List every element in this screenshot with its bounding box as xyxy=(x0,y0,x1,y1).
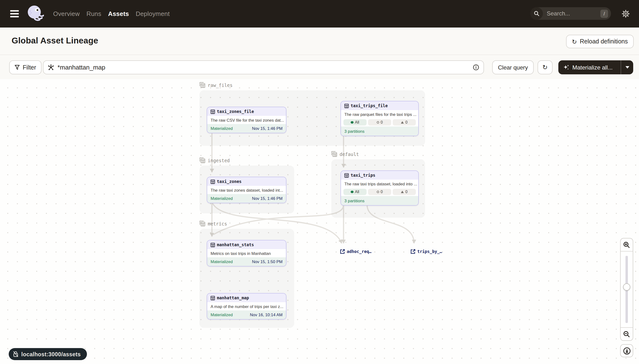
search-shortcut-badge: / xyxy=(600,10,608,18)
materialize-dropdown-toggle[interactable] xyxy=(621,60,633,74)
asset-graph-icon xyxy=(48,64,54,70)
global-search-input[interactable]: Search... / xyxy=(530,7,611,20)
materialization-timestamp: Nov 15, 1:50 PM xyxy=(252,259,283,264)
clear-query-button[interactable]: Clear query xyxy=(492,60,534,74)
partitions-warn-badge[interactable]: 0 xyxy=(393,189,416,195)
asset-node-taxi-zones-file[interactable]: taxi_zones_file The raw CSV file for the… xyxy=(207,107,286,133)
table-icon xyxy=(211,296,215,300)
asset-name: taxi_zones xyxy=(217,179,242,184)
asset-name: taxi_trips_file xyxy=(351,103,388,108)
nav-item-deployment[interactable]: Deployment xyxy=(136,10,170,18)
zoom-slider[interactable] xyxy=(621,252,633,327)
asset-selection-input[interactable]: *manhattan_map xyxy=(43,60,484,74)
ring-icon xyxy=(376,121,379,124)
ring-icon xyxy=(376,191,379,193)
insecure-lock-icon xyxy=(13,351,18,357)
asset-description: A map of the number of trips per taxi z.… xyxy=(207,302,286,310)
triangle-icon xyxy=(401,121,404,124)
search-placeholder: Search... xyxy=(547,10,600,17)
asset-description: The raw CSV file for the taxi zones dat.… xyxy=(207,116,286,124)
asset-description: The raw taxi trips dataset, loaded into … xyxy=(341,180,418,188)
nav-item-overview[interactable]: Overview xyxy=(53,10,80,18)
page-header: Global Asset Lineage ↻ Reload definition… xyxy=(0,28,639,55)
download-image-button[interactable] xyxy=(620,344,633,357)
asset-name: manhattan_stats xyxy=(217,242,254,247)
group-label-ingested[interactable]: ingested xyxy=(200,158,230,163)
zoom-in-button[interactable] xyxy=(621,238,633,252)
partitions-warn-badge[interactable]: 0 xyxy=(393,120,416,126)
external-asset-trips-by[interactable]: trips_by_… xyxy=(411,249,442,254)
asset-group-icon xyxy=(200,82,205,88)
partitions-all-badge[interactable]: All xyxy=(343,120,367,126)
download-icon xyxy=(623,347,630,354)
info-icon[interactable] xyxy=(473,64,479,70)
search-icon xyxy=(530,7,543,20)
funnel-icon xyxy=(15,65,20,70)
page-title: Global Asset Lineage xyxy=(12,36,98,46)
partitions-footer: 3 partitions xyxy=(341,126,418,136)
partitions-failed-badge[interactable]: 0 xyxy=(368,189,391,195)
zoom-out-icon xyxy=(623,330,630,338)
materialization-timestamp: Nov 16, 10:14 AM xyxy=(250,312,283,317)
zoom-in-icon xyxy=(623,241,630,248)
status-badge: Materialized xyxy=(211,196,233,201)
zoom-out-button[interactable] xyxy=(621,327,633,340)
table-icon xyxy=(344,173,349,178)
refresh-graph-button[interactable]: ↻ xyxy=(537,60,552,74)
refresh-icon: ↻ xyxy=(542,64,548,71)
asset-name: taxi_trips xyxy=(351,173,375,178)
asset-name: taxi_zones_file xyxy=(217,109,254,114)
reload-icon: ↻ xyxy=(572,38,577,45)
asset-selection-value: *manhattan_map xyxy=(58,64,469,71)
materialization-timestamp: Nov 15, 1:46 PM xyxy=(252,126,283,131)
partitions-all-badge[interactable]: All xyxy=(343,189,367,195)
asset-group-icon xyxy=(200,158,205,163)
status-badge: Materialized xyxy=(211,259,233,264)
table-icon xyxy=(211,179,215,184)
browser-status-bubble: localhost:3000/assets xyxy=(9,348,87,360)
asset-node-taxi-trips-file[interactable]: taxi_trips_file The raw parquet files fo… xyxy=(341,101,419,136)
table-icon xyxy=(344,104,349,108)
filter-button[interactable]: Filter xyxy=(9,60,42,74)
settings-gear-icon[interactable] xyxy=(621,10,630,18)
reload-definitions-button[interactable]: ↻ Reload definitions xyxy=(566,35,634,48)
external-asset-adhoc-request[interactable]: adhoc_req… xyxy=(340,249,371,254)
nav-links: Overview Runs Assets Deployment xyxy=(53,0,170,28)
chevron-down-icon xyxy=(625,66,629,68)
group-label-metrics[interactable]: metrics xyxy=(200,220,227,226)
top-nav: Overview Runs Assets Deployment Search..… xyxy=(0,0,639,28)
external-link-icon xyxy=(340,249,345,254)
asset-group-icon xyxy=(200,220,205,226)
nav-item-runs[interactable]: Runs xyxy=(87,10,102,18)
zoom-slider-handle[interactable] xyxy=(623,284,630,290)
status-badge: Materialized xyxy=(211,126,233,131)
table-icon xyxy=(211,109,215,114)
hamburger-menu-icon[interactable] xyxy=(10,10,19,18)
sparkle-icon xyxy=(563,64,569,70)
asset-node-manhattan-map[interactable]: manhattan_map A map of the number of tri… xyxy=(207,293,286,320)
asset-group-icon xyxy=(331,151,337,157)
table-icon xyxy=(211,242,215,247)
partitions-footer: 3 partitions xyxy=(341,196,418,205)
asset-node-manhattan-stats[interactable]: manhattan_stats Metrics on taxi trips in… xyxy=(207,240,286,266)
asset-node-taxi-trips[interactable]: taxi_trips The raw taxi trips dataset, l… xyxy=(341,170,419,206)
app-root: Overview Runs Assets Deployment Search..… xyxy=(0,0,639,364)
success-dot-icon xyxy=(351,191,354,193)
nav-item-assets[interactable]: Assets xyxy=(108,10,129,18)
status-badge: Materialized xyxy=(211,312,233,317)
partitions-failed-badge[interactable]: 0 xyxy=(368,120,391,126)
zoom-control-panel xyxy=(620,238,633,341)
lineage-canvas[interactable]: raw_files ingested default metrics taxi_… xyxy=(0,79,639,364)
dagster-logo[interactable] xyxy=(27,5,44,23)
asset-description: Metrics on taxi trips in Manhattan xyxy=(207,249,286,257)
materialize-all-button[interactable]: Materialize all... xyxy=(558,60,633,74)
group-label-default[interactable]: default xyxy=(331,151,359,157)
status-url: localhost:3000/assets xyxy=(21,351,81,357)
group-label-raw-files[interactable]: raw_files xyxy=(200,82,233,88)
asset-node-taxi-zones[interactable]: taxi_zones The raw taxi zones dataset, l… xyxy=(207,177,286,203)
success-dot-icon xyxy=(351,121,354,124)
lineage-toolbar: Filter *manhattan_map Clear query ↻ xyxy=(0,55,639,79)
external-link-icon xyxy=(411,249,415,254)
asset-description: The raw parquet files for the taxi trips… xyxy=(341,110,418,118)
asset-description: The raw taxi zones dataset, loaded int..… xyxy=(207,186,286,194)
